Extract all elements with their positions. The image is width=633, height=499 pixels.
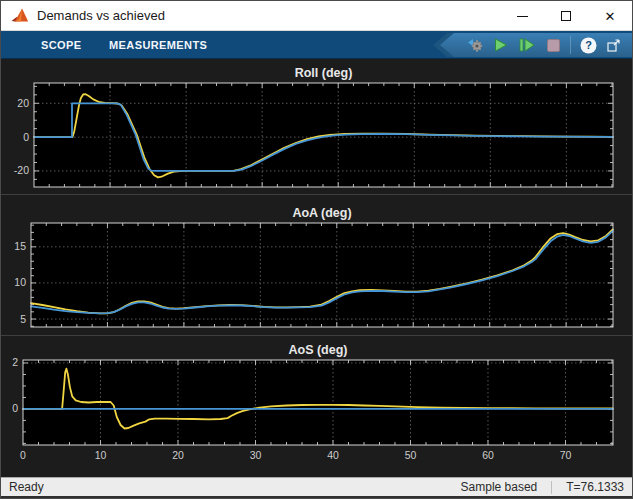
title-bar: Demands vs achieved ✕ — [1, 1, 632, 31]
scope-window: Demands vs achieved ✕ SCOPE MEASUREMENTS — [0, 0, 633, 499]
svg-text:60: 60 — [482, 449, 494, 461]
sample-mode-label: Sample based — [461, 480, 538, 494]
display-roll[interactable]: -20020Roll (deg) — [1, 59, 633, 194]
svg-text:30: 30 — [250, 449, 262, 461]
tab-measurements[interactable]: MEASUREMENTS — [109, 31, 207, 59]
popout-button[interactable] — [601, 34, 627, 56]
help-button[interactable]: ? — [575, 34, 601, 56]
play-icon — [494, 38, 508, 52]
tab-scope[interactable]: SCOPE — [41, 31, 82, 59]
svg-text:20: 20 — [17, 97, 29, 109]
run-toolbar: ? — [440, 33, 632, 57]
gear-arrow-icon — [465, 36, 485, 54]
minimize-icon — [517, 16, 528, 17]
svg-text:10: 10 — [95, 449, 107, 461]
step-forward-button[interactable] — [514, 34, 540, 56]
svg-text:2: 2 — [12, 356, 18, 368]
svg-text:0: 0 — [20, 449, 26, 461]
plot-area: -20020Roll (deg) 51015AoA (deg) 02010203… — [1, 59, 633, 473]
display-aoa[interactable]: 51015AoA (deg) — [1, 194, 633, 335]
svg-text:40: 40 — [327, 449, 339, 461]
maximize-icon — [561, 11, 571, 21]
svg-text:0: 0 — [12, 402, 18, 414]
svg-text:70: 70 — [560, 449, 572, 461]
svg-text:20: 20 — [172, 449, 184, 461]
stop-icon — [547, 39, 560, 52]
window-bottom-border — [1, 496, 632, 498]
svg-text:5: 5 — [20, 313, 26, 325]
toolbar-separator — [570, 36, 571, 54]
svg-text:50: 50 — [405, 449, 417, 461]
plot-title-aoa: AoA (deg) — [292, 206, 351, 220]
svg-text:?: ? — [585, 39, 592, 51]
minimize-button[interactable] — [500, 1, 544, 31]
close-icon: ✕ — [605, 10, 616, 23]
status-separator — [551, 481, 552, 494]
svg-text:10: 10 — [14, 276, 26, 288]
svg-text:15: 15 — [14, 240, 26, 252]
close-button[interactable]: ✕ — [588, 1, 632, 31]
maximize-button[interactable] — [544, 1, 588, 31]
popout-icon — [606, 37, 622, 53]
run-button[interactable] — [488, 34, 514, 56]
svg-text:0: 0 — [23, 131, 29, 143]
plot-title-roll: Roll (deg) — [295, 66, 353, 80]
display-aos[interactable]: 02010203040506070AoS (deg) — [1, 335, 633, 473]
sim-time-label: T=76.1333 — [566, 480, 624, 494]
svg-text:-20: -20 — [14, 164, 29, 176]
step-forward-icon — [519, 38, 535, 52]
stop-button[interactable] — [540, 34, 566, 56]
status-bar: Ready Sample based T=76.1333 — [1, 477, 632, 496]
window-title: Demands vs achieved — [37, 8, 165, 23]
help-icon: ? — [580, 37, 597, 54]
simulation-settings-button[interactable] — [462, 34, 488, 56]
toolstrip: SCOPE MEASUREMENTS — [1, 31, 632, 59]
plot-title-aos: AoS (deg) — [288, 343, 347, 357]
matlab-logo-icon — [10, 6, 30, 26]
status-text: Ready — [1, 480, 461, 494]
